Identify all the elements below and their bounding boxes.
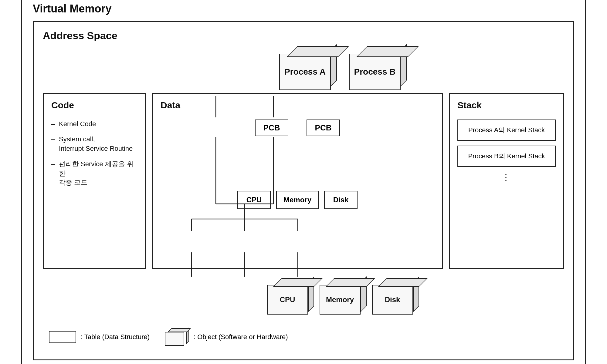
legend: : Table (Data Structure) : Object (Softw… xyxy=(43,324,564,350)
stack-dots: ⋮ xyxy=(457,172,556,182)
memory-top-face xyxy=(326,278,375,287)
memory-label: Memory xyxy=(320,285,361,315)
middle-section: Code Kernel Code System call,Interrupt S… xyxy=(43,93,564,269)
memory-hardware: Memory xyxy=(320,278,367,315)
legend-table-box xyxy=(49,331,76,343)
legend-object-3d xyxy=(165,328,189,346)
inner-title: Address Space xyxy=(43,30,564,42)
cpu-3d: CPU xyxy=(267,278,314,315)
cpu-top-face xyxy=(273,278,323,287)
legend-obj-top xyxy=(168,328,191,332)
process-b-object: Process B xyxy=(349,46,407,90)
inner-container: Address Space xyxy=(33,21,574,360)
legend-table-label: : Table (Data Structure) xyxy=(81,333,150,341)
process-a-label: Process A xyxy=(279,54,331,90)
device-tables-row: CPU Memory Disk xyxy=(161,191,434,209)
stack-item-a: Process A의 Kernel Stack xyxy=(457,120,556,141)
memory-table: Memory xyxy=(276,191,319,209)
legend-table-item: : Table (Data Structure) xyxy=(49,331,150,343)
disk-label: Disk xyxy=(372,285,413,315)
main-content-area: Process A Process B Code Ker xyxy=(43,46,564,315)
cpu-label: CPU xyxy=(267,285,308,315)
code-item-2: System call,Interrupt Service Routine xyxy=(51,135,137,153)
process-b-label: Process B xyxy=(349,54,401,90)
pcb-2: PCB xyxy=(307,120,340,136)
legend-object-item: : Object (Software or Hardware) xyxy=(165,328,288,346)
disk-table: Disk xyxy=(324,191,358,209)
code-item-1: Kernel Code xyxy=(51,120,137,129)
processes-row: Process A Process B xyxy=(82,46,604,90)
data-title: Data xyxy=(161,100,434,110)
code-section: Code Kernel Code System call,Interrupt S… xyxy=(43,93,146,269)
main-title: Virtual Memory xyxy=(33,2,574,15)
legend-obj-front xyxy=(165,332,184,346)
process-b-top-face xyxy=(356,46,419,57)
process-a-top-face xyxy=(287,46,349,57)
spacer xyxy=(161,148,434,185)
pcb-row: PCB PCB xyxy=(161,120,434,136)
process-b-3d: Process B xyxy=(349,46,407,90)
code-item-3: 편리한 Service 제공을 위한각종 코드 xyxy=(51,160,137,187)
cpu-table: CPU xyxy=(237,191,271,209)
pcb-1: PCB xyxy=(255,120,288,136)
hardware-row: CPU Memory Disk xyxy=(82,278,604,315)
data-section: Data PCB PCB CPU Memory Disk xyxy=(152,93,443,269)
outer-container: Virtual Memory Address Space xyxy=(21,0,586,364)
stack-item-b: Process B의 Kernel Stack xyxy=(457,146,556,167)
process-a-object: Process A xyxy=(279,46,337,90)
disk-3d: Disk xyxy=(372,278,419,315)
process-a-3d: Process A xyxy=(279,46,337,90)
memory-3d: Memory xyxy=(320,278,367,315)
legend-object-label: : Object (Software or Hardware) xyxy=(194,333,288,341)
code-list: Kernel Code System call,Interrupt Servic… xyxy=(51,120,137,188)
disk-top-face xyxy=(378,278,428,287)
stack-section: Stack Process A의 Kernel Stack Process B의… xyxy=(449,93,564,269)
code-title: Code xyxy=(51,100,137,110)
stack-title: Stack xyxy=(457,100,556,110)
disk-hardware: Disk xyxy=(372,278,419,315)
cpu-hardware: CPU xyxy=(267,278,314,315)
